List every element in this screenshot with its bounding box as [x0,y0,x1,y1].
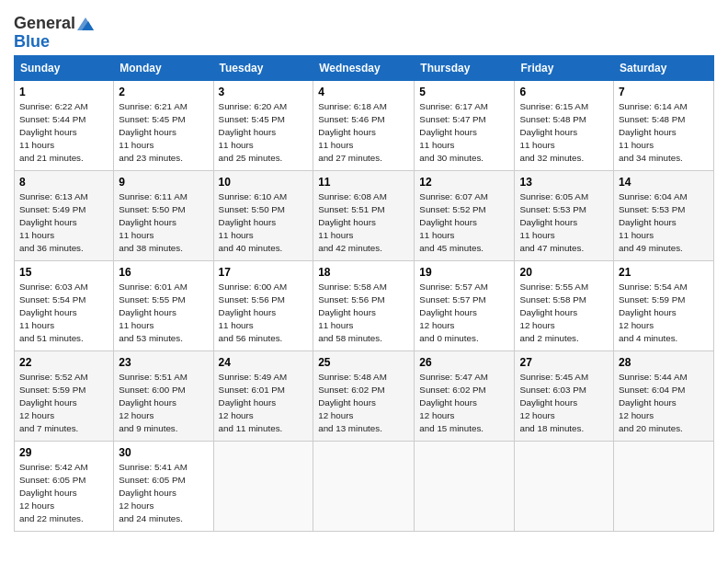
calendar-day-cell: 4 Sunrise: 6:18 AMSunset: 5:46 PMDayligh… [313,80,415,170]
day-info: Sunrise: 6:04 AMSunset: 5:53 PMDaylight … [619,190,709,256]
calendar-week-row: 15 Sunrise: 6:03 AMSunset: 5:54 PMDaylig… [15,260,714,350]
calendar-day-cell [415,441,515,531]
day-number: 27 [519,356,609,369]
calendar-day-cell: 28 Sunrise: 5:44 AMSunset: 6:04 PMDaylig… [614,350,714,441]
day-info: Sunrise: 5:49 AMSunset: 6:01 PMDaylight … [219,371,309,436]
day-number: 21 [619,266,709,279]
day-info: Sunrise: 6:01 AMSunset: 5:55 PMDaylight … [119,281,208,346]
calendar-week-row: 29 Sunrise: 5:42 AMSunset: 6:05 PMDaylig… [15,441,714,531]
day-info: Sunrise: 5:51 AMSunset: 6:00 PMDaylight … [119,371,208,436]
day-number: 26 [419,356,509,369]
weekday-header-cell: Sunday [15,55,114,80]
logo-icon [77,17,94,30]
day-info: Sunrise: 6:03 AMSunset: 5:54 PMDaylight … [19,281,108,346]
calendar-week-row: 1 Sunrise: 6:22 AMSunset: 5:44 PMDayligh… [15,80,714,170]
calendar-day-cell: 25 Sunrise: 5:48 AMSunset: 6:02 PMDaylig… [313,350,415,441]
day-number: 9 [119,176,208,189]
day-number: 14 [619,176,709,189]
weekday-header-cell: Wednesday [313,55,415,80]
day-info: Sunrise: 5:58 AMSunset: 5:56 PMDaylight … [318,281,409,346]
day-number: 12 [419,176,509,189]
calendar-day-cell: 1 Sunrise: 6:22 AMSunset: 5:44 PMDayligh… [15,80,114,170]
day-info: Sunrise: 6:20 AMSunset: 5:45 PMDaylight … [219,100,309,166]
logo-general-text: General [14,15,75,33]
day-number: 22 [19,356,108,369]
calendar-table: SundayMondayTuesdayWednesdayThursdayFrid… [14,55,714,532]
day-info: Sunrise: 6:22 AMSunset: 5:44 PMDaylight … [19,100,108,166]
calendar-day-cell: 11 Sunrise: 6:08 AMSunset: 5:51 PMDaylig… [313,170,415,260]
day-number: 24 [219,356,309,369]
calendar-day-cell [213,441,313,531]
day-number: 6 [519,86,609,98]
day-number: 13 [519,176,609,189]
day-number: 25 [318,356,409,369]
day-info: Sunrise: 5:42 AMSunset: 6:05 PMDaylight … [19,461,108,526]
calendar-week-row: 22 Sunrise: 5:52 AMSunset: 5:59 PMDaylig… [15,350,714,441]
weekday-header-cell: Thursday [415,55,515,80]
day-info: Sunrise: 6:18 AMSunset: 5:46 PMDaylight … [318,100,409,166]
logo-blue-text: Blue [14,33,50,52]
day-info: Sunrise: 6:07 AMSunset: 5:52 PMDaylight … [419,190,509,256]
day-number: 23 [119,356,208,369]
day-number: 1 [19,86,108,98]
page-header: General Blue [14,9,714,52]
calendar-day-cell: 16 Sunrise: 6:01 AMSunset: 5:55 PMDaylig… [114,260,213,350]
day-info: Sunrise: 6:10 AMSunset: 5:50 PMDaylight … [219,190,309,256]
day-info: Sunrise: 5:45 AMSunset: 6:03 PMDaylight … [519,371,609,436]
calendar-day-cell: 10 Sunrise: 6:10 AMSunset: 5:50 PMDaylig… [213,170,313,260]
day-info: Sunrise: 5:57 AMSunset: 5:57 PMDaylight … [419,281,509,346]
day-number: 19 [419,266,509,279]
day-number: 4 [318,86,409,98]
weekday-header-cell: Tuesday [213,55,313,80]
calendar-week-row: 8 Sunrise: 6:13 AMSunset: 5:49 PMDayligh… [15,170,714,260]
logo: General Blue [14,9,94,52]
day-number: 29 [19,446,108,459]
day-number: 7 [619,86,709,98]
day-info: Sunrise: 6:11 AMSunset: 5:50 PMDaylight … [119,190,208,256]
day-info: Sunrise: 5:41 AMSunset: 6:05 PMDaylight … [119,461,208,526]
calendar-day-cell [515,441,614,531]
calendar-day-cell: 29 Sunrise: 5:42 AMSunset: 6:05 PMDaylig… [15,441,114,531]
day-number: 11 [318,176,409,189]
day-number: 17 [219,266,309,279]
calendar-day-cell: 8 Sunrise: 6:13 AMSunset: 5:49 PMDayligh… [15,170,114,260]
calendar-day-cell [614,441,714,531]
calendar-day-cell: 30 Sunrise: 5:41 AMSunset: 6:05 PMDaylig… [114,441,213,531]
calendar-day-cell: 24 Sunrise: 5:49 AMSunset: 6:01 PMDaylig… [213,350,313,441]
day-info: Sunrise: 5:54 AMSunset: 5:59 PMDaylight … [619,281,709,346]
calendar-day-cell: 9 Sunrise: 6:11 AMSunset: 5:50 PMDayligh… [114,170,213,260]
calendar-day-cell: 2 Sunrise: 6:21 AMSunset: 5:45 PMDayligh… [114,80,213,170]
calendar-day-cell: 7 Sunrise: 6:14 AMSunset: 5:48 PMDayligh… [614,80,714,170]
calendar-day-cell: 26 Sunrise: 5:47 AMSunset: 6:02 PMDaylig… [415,350,515,441]
day-info: Sunrise: 6:21 AMSunset: 5:45 PMDaylight … [119,100,208,166]
calendar-day-cell: 17 Sunrise: 6:00 AMSunset: 5:56 PMDaylig… [213,260,313,350]
day-number: 15 [19,266,108,279]
day-info: Sunrise: 6:00 AMSunset: 5:56 PMDaylight … [219,281,309,346]
calendar-day-cell: 21 Sunrise: 5:54 AMSunset: 5:59 PMDaylig… [614,260,714,350]
day-number: 18 [318,266,409,279]
day-info: Sunrise: 5:47 AMSunset: 6:02 PMDaylight … [419,371,509,436]
calendar-day-cell: 6 Sunrise: 6:15 AMSunset: 5:48 PMDayligh… [515,80,614,170]
calendar-day-cell: 13 Sunrise: 6:05 AMSunset: 5:53 PMDaylig… [515,170,614,260]
day-number: 8 [19,176,108,189]
day-number: 16 [119,266,208,279]
day-info: Sunrise: 6:08 AMSunset: 5:51 PMDaylight … [318,190,409,256]
calendar-day-cell: 23 Sunrise: 5:51 AMSunset: 6:00 PMDaylig… [114,350,213,441]
day-info: Sunrise: 5:55 AMSunset: 5:58 PMDaylight … [519,281,609,346]
day-info: Sunrise: 6:17 AMSunset: 5:47 PMDaylight … [419,100,509,166]
calendar-day-cell: 20 Sunrise: 5:55 AMSunset: 5:58 PMDaylig… [515,260,614,350]
day-info: Sunrise: 5:52 AMSunset: 5:59 PMDaylight … [19,371,108,436]
calendar-day-cell: 12 Sunrise: 6:07 AMSunset: 5:52 PMDaylig… [415,170,515,260]
calendar-day-cell: 14 Sunrise: 6:04 AMSunset: 5:53 PMDaylig… [614,170,714,260]
calendar-day-cell [313,441,415,531]
calendar-day-cell: 3 Sunrise: 6:20 AMSunset: 5:45 PMDayligh… [213,80,313,170]
day-info: Sunrise: 5:48 AMSunset: 6:02 PMDaylight … [318,371,409,436]
day-info: Sunrise: 6:13 AMSunset: 5:49 PMDaylight … [19,190,108,256]
calendar-day-cell: 27 Sunrise: 5:45 AMSunset: 6:03 PMDaylig… [515,350,614,441]
day-info: Sunrise: 5:44 AMSunset: 6:04 PMDaylight … [619,371,709,436]
day-info: Sunrise: 6:15 AMSunset: 5:48 PMDaylight … [519,100,609,166]
day-number: 10 [219,176,309,189]
day-number: 30 [119,446,208,459]
day-number: 20 [519,266,609,279]
weekday-header-cell: Monday [114,55,213,80]
